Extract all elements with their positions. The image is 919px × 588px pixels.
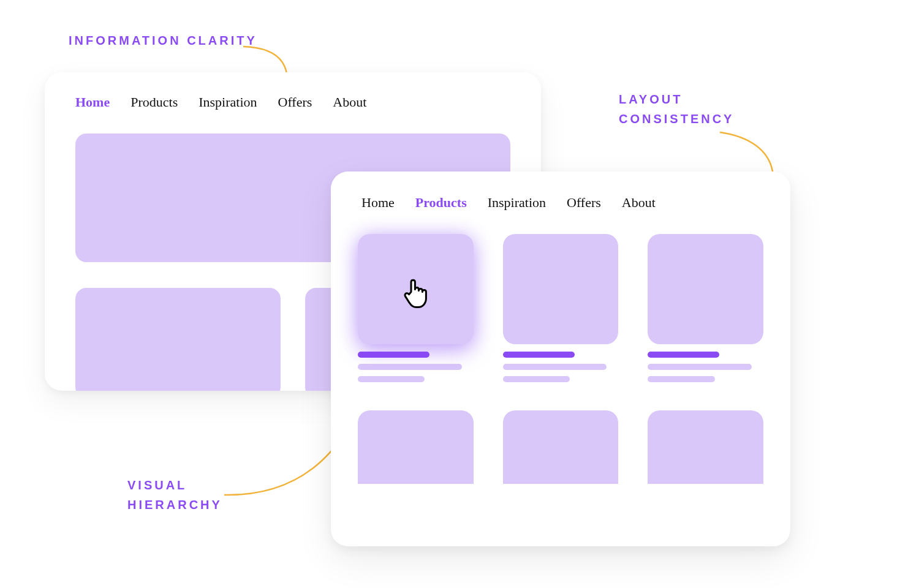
product-meta — [648, 352, 763, 382]
product-tile[interactable] — [648, 410, 763, 484]
nav-item-products[interactable]: Products — [130, 94, 178, 110]
meta-line-bar — [358, 376, 425, 382]
nav-item-inspiration[interactable]: Inspiration — [488, 195, 546, 211]
product-tile[interactable] — [648, 234, 763, 344]
product-cell — [503, 234, 619, 388]
nav-item-products[interactable]: Products — [415, 195, 467, 211]
nav-item-home[interactable]: Home — [75, 94, 110, 110]
meta-line-bar — [648, 376, 714, 382]
label-visual-hierarchy: VISUAL HIERARCHY — [127, 475, 222, 514]
nav-products: Home Products Inspiration Offers About — [358, 172, 763, 223]
label-line-2: HIERARCHY — [127, 498, 222, 511]
product-tile-hover[interactable] — [358, 234, 474, 344]
label-line-1: LAYOUT — [619, 92, 683, 106]
product-grid-row2 — [358, 410, 763, 484]
meta-line-bar — [503, 364, 607, 370]
meta-title-bar — [358, 352, 429, 358]
product-grid — [358, 234, 763, 388]
nav-item-home[interactable]: Home — [361, 195, 395, 211]
meta-title-bar — [503, 352, 575, 358]
nav-item-about[interactable]: About — [622, 195, 656, 211]
nav-home: Home Products Inspiration Offers About — [45, 72, 541, 121]
product-tile[interactable] — [358, 410, 474, 484]
product-tile[interactable] — [503, 234, 619, 344]
meta-line-bar — [648, 364, 752, 370]
label-line-1: VISUAL — [127, 478, 187, 492]
meta-line-bar — [358, 364, 462, 370]
meta-title-bar — [648, 352, 719, 358]
meta-line-bar — [503, 376, 570, 382]
mock-window-products: Home Products Inspiration Offers About — [331, 172, 790, 546]
product-cell — [358, 234, 474, 388]
pointer-cursor-icon — [401, 277, 429, 309]
product-tile[interactable] — [503, 410, 619, 484]
nav-item-inspiration[interactable]: Inspiration — [199, 94, 257, 110]
product-meta — [503, 352, 619, 382]
product-cell — [648, 234, 763, 388]
label-line-2: CONSISTENCY — [619, 112, 734, 126]
nav-item-about[interactable]: About — [333, 94, 366, 110]
diagram-canvas: INFORMATION CLARITY LAYOUT CONSISTENCY V… — [0, 0, 919, 588]
card-placeholder — [75, 288, 281, 391]
product-meta — [358, 352, 474, 382]
nav-item-offers[interactable]: Offers — [567, 195, 601, 211]
label-layout-consistency: LAYOUT CONSISTENCY — [619, 89, 734, 129]
nav-item-offers[interactable]: Offers — [278, 94, 312, 110]
